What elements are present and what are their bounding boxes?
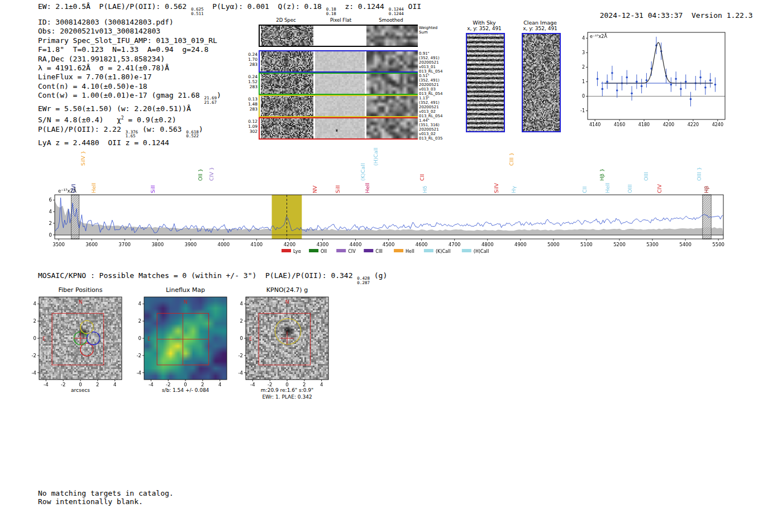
text-segment: F=1.8" T=0.123 N=1.33 A=0.94 g=24.8: [38, 45, 208, 54]
fiber-xlabel: arcsecs: [71, 387, 90, 393]
data-point: [709, 79, 712, 82]
detected-line-highlight-band: [272, 195, 302, 239]
spec2d-left-value: 0.24: [245, 74, 258, 79]
text-segment: λ = 4191.62Å σ = 2.41(±0.78)Å: [38, 64, 169, 72]
x-tick-label: 5100: [580, 242, 593, 247]
text-segment: EWr = 5.50(±1.50) (w: 2.20(±0.51))Å: [38, 104, 191, 113]
axes-frame: [588, 32, 725, 119]
spec2d-right-value: 0.91": [419, 51, 444, 56]
x-tick-label: -2: [268, 382, 272, 387]
y-tick-label: -4: [32, 370, 36, 376]
elixer-report-page: { "meta": {"timestamp": "2024-12-31 04:3…: [0, 0, 782, 532]
spec2d-left-value: 283: [245, 107, 258, 112]
emission-line-label: HeII: [90, 183, 97, 193]
data-point: [685, 81, 687, 83]
spec2d-right-value: Sum: [419, 30, 444, 35]
legend-label: Lyα: [293, 249, 301, 254]
data-point: [650, 68, 652, 70]
spec2d-row-right-labels: 0.51"(352, 491)20200521v013_03013_RL_054: [419, 74, 444, 96]
x-tick-label: 4100: [251, 242, 263, 247]
x-tick-label: 4200: [663, 122, 674, 127]
text-segment: EW: 2.1±0.5Å P(LAE)/P(OII): 0.562: [38, 2, 191, 11]
spec2d-right-value: 20200521: [419, 83, 444, 87]
y-tick-label: 3: [582, 50, 585, 55]
mosaic-header-line: MOSAIC/KPNO : Possible Matches = 0 (with…: [38, 271, 387, 285]
spec2d-right-value: 013_RL_054: [419, 114, 444, 118]
emission-line-label: Hβ }: [599, 169, 605, 181]
kpno-caption-2: EWr: 1. PLAE: 0.342: [262, 394, 312, 400]
excluded-band: [703, 195, 711, 239]
spec2d-right-value: (352, 491): [419, 78, 444, 83]
info-line: LineFlux = 7.70(±1.80)e-17: [38, 73, 221, 82]
info-line: Primary Spec_Slot_IFU_AMP: 013_103_019_R…: [38, 36, 221, 45]
hi-lo-stack: 0.6250.511: [191, 7, 204, 16]
text-segment: Cont(w) = 1.00(±0.01)e-17 (gmag 21.68: [38, 91, 204, 99]
y-tick-label: 4: [49, 209, 52, 214]
emission-line-label: SiII: [335, 185, 341, 193]
x-tick-label: 4240: [712, 122, 723, 127]
pixelflat-strip: [315, 74, 365, 94]
spec2d-left-value: 0.12: [245, 119, 258, 124]
x-tick-label: 3600: [85, 242, 98, 247]
info-line: Cont(w) = 1.00(±0.01)e-17 (gmag 21.68 21…: [38, 91, 221, 104]
smoothed-strip: [366, 96, 418, 116]
x-tick-label: 5500: [712, 242, 724, 247]
smoothed-strip: [366, 118, 418, 138]
spec2d-right-value: (351, 316): [419, 123, 444, 127]
x-tick-label: 3500: [53, 242, 65, 247]
data-point: [690, 98, 692, 100]
line-fit-zoom-plot: 414041604180420042204240-101234e⁻¹⁷x2Å: [580, 32, 725, 127]
spec2d-row: [259, 50, 418, 73]
data-point: [606, 81, 608, 83]
y-tick-label: -2: [32, 353, 36, 358]
y-tick-label: -2: [137, 353, 141, 358]
y-tick-label: 0: [49, 232, 52, 238]
x-tick-label: 4160: [614, 122, 625, 127]
spec2d-left-value: 1.52: [245, 79, 258, 84]
x-tick-label: 4000: [218, 242, 230, 247]
smoothed-strip: [366, 51, 418, 71]
kpno-caption-1: m:20.9 re:1.6" s:0.9": [261, 387, 313, 393]
x-tick-label: 3900: [184, 242, 197, 247]
info-line: Obs: 20200521v013_3008142803: [38, 27, 221, 36]
x-tick-label: 4140: [589, 122, 600, 127]
lo-value: 0.287: [357, 281, 370, 285]
text-segment: RA,Dec (231.991821,53.858234): [38, 55, 165, 63]
info-line: ID: 3008142803 (3008142803.pdf): [38, 18, 221, 27]
text-segment: MOSAIC/KPNO : Possible Matches = 0 (with…: [38, 271, 357, 280]
clean-image: [522, 33, 561, 132]
emission-line-label: NV: [312, 185, 318, 193]
y-tick-label: 0: [139, 336, 141, 341]
legend-label: CIV: [348, 249, 356, 254]
legend-swatch: [424, 249, 433, 252]
text-segment: P(Lyα): 0.001 Q(z): 0.18: [204, 2, 326, 11]
y-tick-label: 2: [582, 65, 585, 70]
text-segment: z: 0.1244: [336, 2, 389, 11]
spec2d-strip: [261, 51, 313, 71]
emission-line-label: (H)CaII: [373, 147, 379, 166]
x-tick-label: 4900: [514, 242, 527, 247]
data-point: [670, 84, 673, 86]
data-point: [655, 45, 657, 47]
emission-line-label: CII: [419, 174, 425, 181]
data-point: [646, 79, 648, 82]
spec2d-right-value: (352, 491): [419, 100, 444, 105]
x-tick-label: 4800: [481, 242, 494, 247]
y-tick-label: 4: [34, 301, 36, 306]
lineflux-map-image: [144, 297, 227, 380]
spec2d-right-value: 20200521: [419, 60, 444, 65]
x-tick-label: 2: [201, 382, 204, 387]
y-tick-label: 2: [49, 221, 52, 226]
emission-line-label: Hβ: [703, 186, 709, 193]
spec2d-row: [259, 95, 418, 117]
x-tick-label: 2: [96, 382, 99, 387]
emission-line-label: SiIV: [493, 183, 499, 193]
lo-value: 0.18: [326, 12, 336, 16]
axes-frame: [55, 195, 723, 239]
y-tick-label: 2: [139, 318, 141, 324]
x-tick-label: 3700: [118, 242, 131, 247]
text-segment: ): [217, 91, 221, 99]
spec2d-right-value: 20200521: [419, 127, 444, 132]
y-tick-label: -4: [239, 370, 243, 376]
spec2d-row: [259, 25, 418, 47]
